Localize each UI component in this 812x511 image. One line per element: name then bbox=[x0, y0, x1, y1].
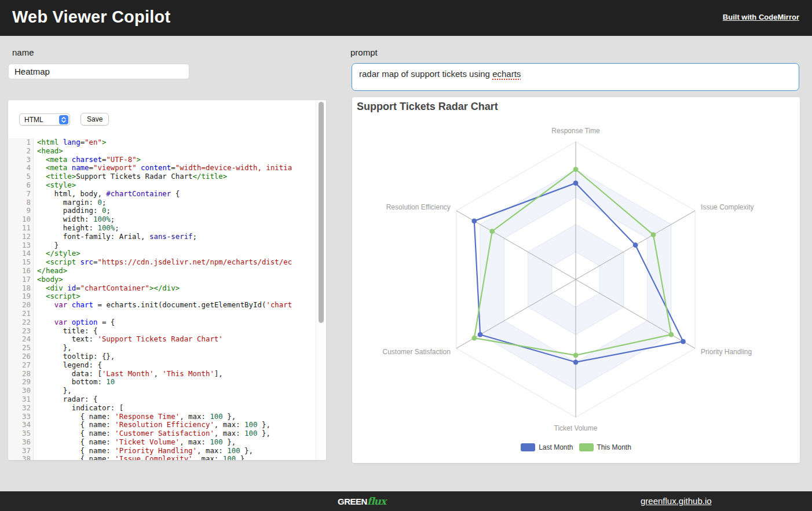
code-line: }, bbox=[37, 344, 316, 352]
greenflux-logo: GREENflux bbox=[338, 495, 386, 507]
logo-green-text: GREEN bbox=[338, 497, 367, 506]
legend-swatch bbox=[579, 443, 594, 451]
code-line: text: 'Support Tickets Radar Chart' bbox=[37, 335, 316, 344]
code-line: indicator: [ bbox=[37, 404, 316, 413]
prompt-label: prompt bbox=[350, 47, 378, 57]
select-stepper-icon bbox=[59, 115, 68, 124]
code-line: title: { bbox=[37, 327, 316, 336]
legend-item-last-month[interactable]: Last Month bbox=[521, 443, 573, 451]
name-input[interactable] bbox=[8, 64, 189, 79]
name-label: name bbox=[12, 47, 34, 57]
footer-link[interactable]: greenflux.github.io bbox=[641, 496, 712, 506]
code-line: margin: 0; bbox=[37, 198, 316, 207]
code-line: <body> bbox=[37, 275, 316, 284]
chart-panel: Support Tickets Radar Chart Response Tim… bbox=[352, 97, 800, 463]
language-select-value: HTML bbox=[20, 116, 59, 124]
axis-label-priority-handling: Priority Handling bbox=[701, 348, 752, 356]
code-line: <meta name="viewport" content="width=dev… bbox=[37, 164, 316, 172]
legend-item-this-month[interactable]: This Month bbox=[579, 443, 631, 451]
editor-scrollbar-track bbox=[316, 100, 326, 460]
prompt-input[interactable]: radar map of support tickets using echar… bbox=[352, 63, 799, 91]
code-line: <head> bbox=[37, 147, 316, 156]
language-select[interactable]: HTML bbox=[19, 113, 70, 126]
code-line: }, bbox=[37, 387, 316, 395]
code-line: </style> bbox=[37, 249, 316, 258]
code-lines: <html lang="en"><head> <meta charset="UT… bbox=[37, 138, 316, 460]
code-line: font-family: Arial, sans-serif; bbox=[37, 233, 316, 241]
code-line: radar: { bbox=[37, 395, 316, 404]
editor-scrollbar-thumb[interactable] bbox=[319, 102, 324, 323]
app-footer: GREENflux greenflux.github.io bbox=[0, 491, 812, 511]
logo-flux-text: flux bbox=[367, 495, 386, 507]
code-line: } bbox=[37, 241, 316, 250]
code-line: html, body, #chartContainer { bbox=[37, 190, 316, 198]
axis-label-issue-complexity: Issue Complexity bbox=[701, 203, 754, 211]
code-line: { name: 'Response Time', max: 100 }, bbox=[37, 413, 316, 421]
built-with-codemirror-link[interactable]: Built with CodeMirror bbox=[723, 13, 799, 21]
code-line: { name: 'Resolution Efficiency', max: 10… bbox=[37, 421, 316, 429]
code-line: tooltip: {}, bbox=[37, 352, 316, 361]
code-line: <style> bbox=[37, 181, 316, 190]
code-line: bottom: 10 bbox=[37, 378, 316, 387]
axis-label-customer-satisfaction: Customer Satisfaction bbox=[382, 348, 450, 356]
axis-label-response-time: Response Time bbox=[551, 127, 599, 135]
axis-label-ticket-volume: Ticket Volume bbox=[554, 424, 598, 432]
legend-swatch bbox=[521, 443, 535, 451]
chart-legend: Last MonthThis Month bbox=[352, 443, 800, 451]
code-line: <meta charset="UTF-8"> bbox=[37, 156, 316, 164]
app-header: Web Viewer Copilot Built with CodeMirror bbox=[0, 0, 812, 36]
code-line: { name: 'Customer Satisfaction', max: 10… bbox=[37, 429, 316, 438]
code-line: <html lang="en"> bbox=[37, 138, 316, 147]
code-line: </head> bbox=[37, 267, 316, 275]
prompt-misspelled-word: echarts bbox=[492, 69, 521, 79]
legend-label: This Month bbox=[597, 443, 631, 451]
code-line: data: ['Last Month', 'This Month'], bbox=[37, 370, 316, 378]
code-line: { name: 'Issue Complexity', max: 100 } bbox=[37, 455, 316, 460]
code-editor[interactable]: <html lang="en"><head> <meta charset="UT… bbox=[8, 138, 316, 460]
code-line: <div id="chartContainer"></div> bbox=[37, 284, 316, 293]
code-line: height: 100%; bbox=[37, 224, 316, 233]
code-line: { name: 'Priority Handling', max: 100 }, bbox=[37, 447, 316, 455]
axis-label-resolution-efficiency: Resolution Efficiency bbox=[386, 203, 451, 211]
code-line: <script> bbox=[37, 292, 316, 301]
legend-label: Last Month bbox=[539, 443, 573, 451]
code-line: legend: { bbox=[37, 361, 316, 370]
code-line: padding: 0; bbox=[37, 207, 316, 215]
save-button[interactable]: Save bbox=[81, 113, 109, 126]
code-line: <script src="https://cdn.jsdelivr.net/np… bbox=[37, 258, 316, 267]
code-editor-panel: HTML Save 123456789101112131415161718192… bbox=[8, 100, 326, 460]
code-line bbox=[37, 310, 316, 318]
code-line: { name: 'Ticket Volume', max: 100 }, bbox=[37, 438, 316, 447]
code-line: width: 100%; bbox=[37, 215, 316, 224]
chart-title: Support Tickets Radar Chart bbox=[357, 101, 498, 113]
app-title: Web Viewer Copilot bbox=[12, 8, 170, 27]
radar-chart bbox=[352, 97, 800, 463]
code-line: var chart = echarts.init(document.getEle… bbox=[37, 301, 316, 310]
code-line: var option = { bbox=[37, 318, 316, 327]
prompt-text: radar map of support tickets using bbox=[359, 69, 492, 79]
code-line: <title>Support Tickets Radar Chart</titl… bbox=[37, 172, 316, 181]
